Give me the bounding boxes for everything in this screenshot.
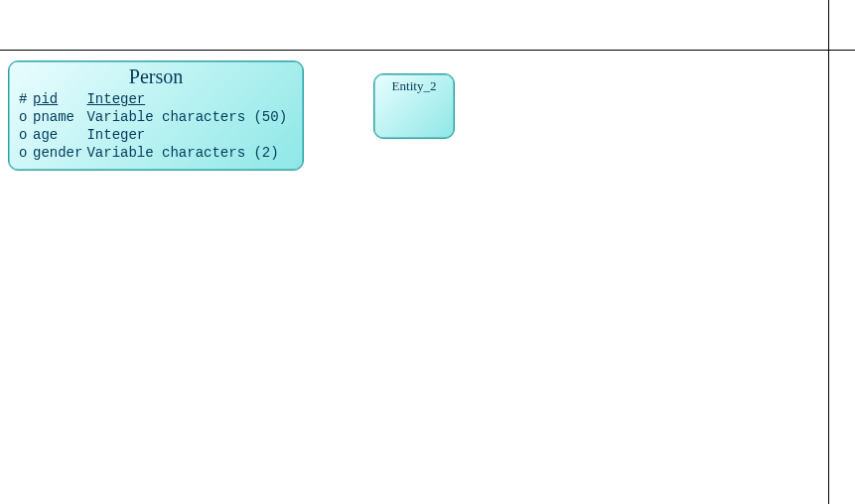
attr-name: age (33, 126, 86, 144)
attr-marker: o (19, 126, 33, 144)
entity-entity2[interactable]: Entity_2 (373, 73, 455, 139)
entity-person-attributes: # pid Integer o pname Variable character… (19, 90, 291, 162)
entity-entity2-title: Entity_2 (380, 78, 448, 94)
attr-type: Variable characters (2) (86, 144, 291, 162)
attr-marker: # (19, 90, 33, 108)
attribute-row[interactable]: o gender Variable characters (2) (19, 144, 291, 162)
attribute-row[interactable]: o pname Variable characters (50) (19, 108, 291, 126)
entity-person-title: Person (19, 65, 293, 88)
attr-name: gender (33, 144, 86, 162)
frame-border-right (828, 0, 829, 504)
diagram-canvas[interactable]: Person # pid Integer o pname Variable ch… (0, 50, 828, 504)
attribute-row[interactable]: o age Integer (19, 126, 291, 144)
attr-name: pname (33, 108, 86, 126)
attr-type: Integer (86, 90, 291, 108)
attr-marker: o (19, 144, 33, 162)
attr-marker: o (19, 108, 33, 126)
attr-name: pid (33, 90, 86, 108)
entity-person[interactable]: Person # pid Integer o pname Variable ch… (8, 61, 304, 171)
attr-type: Variable characters (50) (86, 108, 291, 126)
attribute-row[interactable]: # pid Integer (19, 90, 291, 108)
attr-type: Integer (86, 126, 291, 144)
